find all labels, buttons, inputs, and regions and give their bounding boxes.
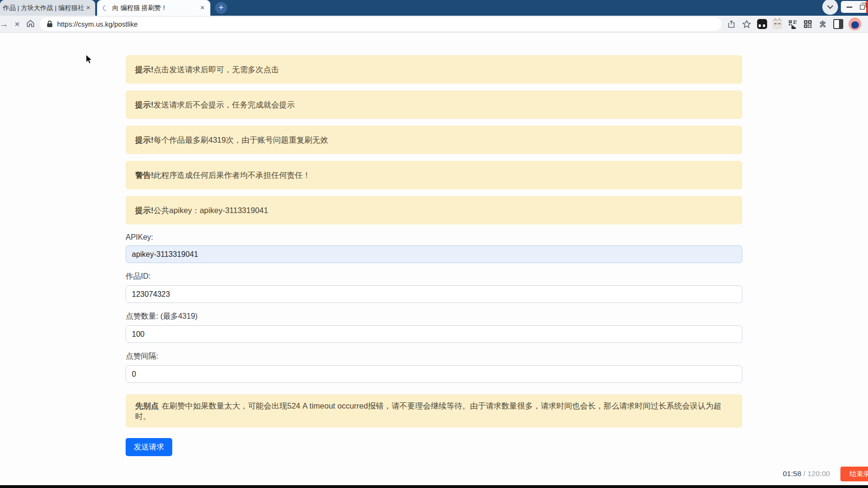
restore-button[interactable]: [860, 5, 865, 10]
like-interval-input[interactable]: [126, 365, 742, 383]
tab-close-icon[interactable]: ×: [84, 4, 92, 12]
send-request-button[interactable]: 发送请求: [126, 438, 172, 456]
apikey-label: APIKey:: [126, 233, 742, 242]
home-icon[interactable]: [24, 19, 37, 30]
loading-spinner-icon: [102, 4, 110, 12]
browser-toolbar: → × https://csym.us.kg/postlike: [0, 16, 868, 33]
tab-search-button[interactable]: [822, 0, 838, 15]
tab-inactive[interactable]: 作品 | 方块大作战 | 编程猫社区 ×: [0, 0, 95, 16]
extension-qr-scan-icon[interactable]: [788, 19, 798, 29]
web-page: 提示!点击发送请求后即可，无需多次点击 提示!发送请求后不会提示，任务完成就会提…: [0, 33, 868, 485]
alert-warning: 警告!此程序造成任何后果作者均不承担任何责任！: [126, 161, 742, 189]
tab-close-icon[interactable]: ×: [198, 4, 207, 12]
lock-icon: [47, 20, 53, 28]
tab-title: 向 编程猫 搭刷赞！: [112, 4, 198, 12]
mouse-cursor: [86, 54, 94, 65]
alert-tip-3: 提示!每个作品最多刷4319次，由于账号问题重复刷无效: [126, 126, 742, 154]
alert-tip-1: 提示!点击发送请求后即可，无需多次点击: [126, 55, 742, 84]
tab-title: 作品 | 方块大作战 | 编程猫社区: [3, 4, 84, 12]
profile-avatar[interactable]: [848, 18, 861, 30]
alert-tip-2: 提示!发送请求后不会提示，任务完成就会提示: [126, 90, 742, 119]
browser-titlebar: 作品 | 方块大作战 | 编程猫社区 × 向 编程猫 搭刷赞！ × +: [0, 0, 868, 16]
like-count-label: 点赞数量: (最多4319): [126, 312, 742, 322]
like-interval-label: 点赞间隔:: [126, 351, 742, 361]
bottom-edge-strip: [0, 485, 868, 488]
work-id-label: 作品ID:: [126, 272, 742, 282]
url-text: https://csym.us.kg/postlike: [57, 20, 138, 28]
bookmark-star-icon[interactable]: [741, 19, 752, 29]
minimize-button[interactable]: [847, 7, 852, 8]
work-id-input[interactable]: [126, 285, 742, 303]
share-icon[interactable]: [726, 19, 736, 29]
recording-timer: 01:58 / 120:00: [783, 469, 830, 478]
extension-panda-icon[interactable]: [757, 19, 767, 29]
alert-timeout-note: 先别点在刷赞中如果数量太大，可能会出现524 A timeout occurre…: [126, 394, 742, 428]
extension-qr-code-icon[interactable]: [803, 19, 813, 29]
new-tab-button[interactable]: +: [215, 2, 227, 14]
stop-recording-button[interactable]: 结束录制: [840, 467, 868, 481]
extension-cat-icon[interactable]: [772, 19, 782, 29]
stop-loading-icon[interactable]: ×: [10, 19, 24, 29]
side-panel-icon[interactable]: [833, 19, 843, 29]
tab-active[interactable]: 向 编程猫 搭刷赞！ ×: [97, 0, 210, 16]
like-count-input[interactable]: [126, 325, 742, 343]
forward-icon[interactable]: →: [0, 19, 10, 29]
window-controls: [841, 1, 868, 13]
extensions-puzzle-icon[interactable]: [818, 19, 828, 29]
apikey-input[interactable]: [126, 245, 742, 263]
content-container: 提示!点击发送请求后即可，无需多次点击 提示!发送请求后不会提示，任务完成就会提…: [126, 33, 742, 456]
address-bar[interactable]: https://csym.us.kg/postlike: [40, 17, 721, 31]
alert-public-apikey: 提示!公共apikey：apikey-3113319041: [126, 196, 742, 224]
toolbar-right: [726, 18, 861, 30]
chevron-down-icon: [827, 3, 833, 9]
close-window-button[interactable]: [866, 1, 868, 13]
